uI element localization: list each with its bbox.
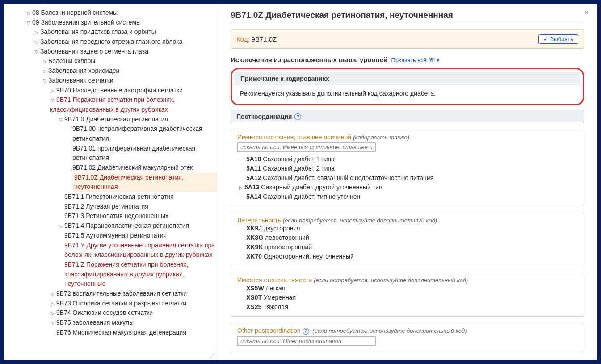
app-header: Инструмент кодирования МКБ-11 — [0, 0, 601, 4]
